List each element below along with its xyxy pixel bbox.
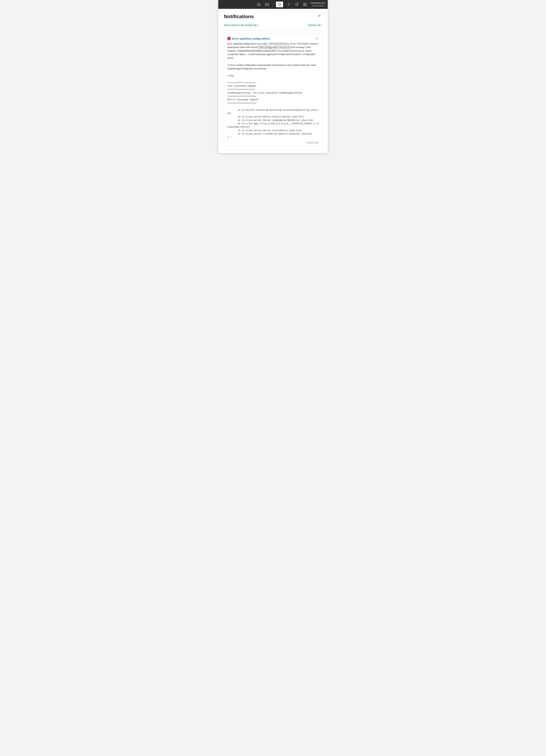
notification-card-header: ! Error updating configurations ✕ — [227, 37, 319, 40]
notification-close-button[interactable]: ✕ — [315, 37, 319, 40]
top-nav: microsoft.com MICROSOFT — [218, 0, 328, 9]
activity-log-link[interactable]: More events in the activity log → — [224, 24, 260, 26]
error-icon: ! — [227, 37, 231, 40]
notification-body: Error updating configurations for cluste… — [227, 42, 319, 139]
notification-timestamp: a minute ago — [307, 141, 319, 144]
app-container: microsoft.com MICROSOFT Notifications ✕ … — [218, 0, 328, 153]
notification-title: Error updating configurations — [232, 37, 270, 40]
chevron-down-icon: ∨ — [320, 24, 322, 26]
bell-icon[interactable] — [276, 2, 283, 7]
filter-icon[interactable] — [265, 2, 269, 7]
notification-highlight: 'User.Configuration.Trino.Error' — [258, 46, 290, 49]
notification-error-count: 1 error — [227, 74, 234, 77]
page-title: Notifications — [224, 14, 254, 19]
notifications-panel: Notifications ✕ More events in the activ… — [218, 9, 328, 153]
notification-error-detail: 1) Error: Invalid configuration property… — [227, 64, 316, 70]
svg-point-7 — [297, 5, 297, 5]
svg-point-6 — [295, 3, 298, 6]
notification-title-row: ! Error updating configurations — [227, 37, 270, 40]
notification-footer: a minute ago — [227, 141, 319, 144]
help-icon[interactable] — [294, 2, 299, 7]
settings-icon[interactable] — [286, 2, 291, 7]
svg-point-9 — [304, 4, 305, 5]
user-icon[interactable] — [302, 2, 307, 7]
svg-rect-2 — [265, 3, 269, 6]
nav-user-org: MICROSOFT — [311, 5, 325, 7]
bottom-divider — [224, 149, 322, 150]
notification-card: ! Error updating configurations ✕ Error … — [224, 34, 322, 147]
dismiss-all-button[interactable]: Dismiss all ∨ — [308, 24, 322, 26]
svg-point-5 — [288, 4, 289, 5]
terminal-icon[interactable] — [256, 2, 261, 7]
dismiss-all-label: Dismiss all — [308, 24, 320, 26]
notification-code-block: ===================== Full classname leg… — [227, 81, 319, 139]
panel-header: Notifications ✕ — [224, 14, 322, 19]
panel-divider — [224, 30, 322, 30]
panel-close-button[interactable]: ✕ — [317, 14, 322, 18]
panel-actions: More events in the activity log → Dismis… — [224, 24, 322, 26]
nav-user-domain: microsoft.com — [311, 2, 325, 5]
nav-user: microsoft.com MICROSOFT — [311, 2, 325, 7]
